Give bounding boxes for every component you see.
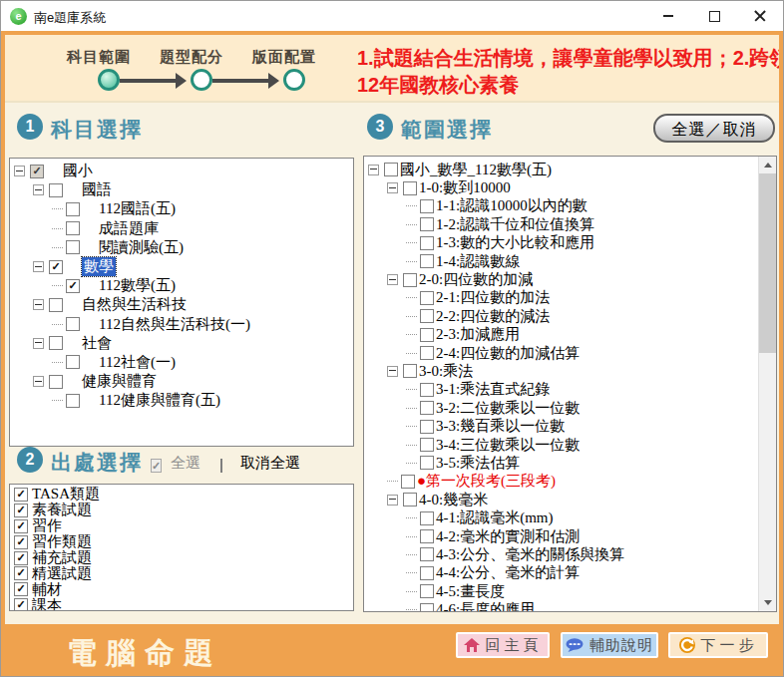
tree-item[interactable]: 3-4:三位數乘以一位數 <box>368 436 759 454</box>
tree-checkbox[interactable] <box>66 394 80 408</box>
source-checkbox[interactable] <box>14 519 28 533</box>
tree-checkbox[interactable] <box>420 547 434 561</box>
tree-item[interactable]: 國小 <box>14 162 353 180</box>
tree-item[interactable]: 成語題庫 <box>14 219 353 238</box>
next-step-button[interactable]: 下一步 <box>668 632 768 658</box>
tree-label[interactable]: 社會 <box>82 334 112 353</box>
tree-checkbox[interactable] <box>420 456 434 470</box>
tree-item[interactable]: 2-0:四位數的加減 <box>368 270 759 288</box>
tree-label[interactable]: 國小_數學_112數學(五) <box>400 161 552 179</box>
tree-item[interactable]: 4-4:公分、毫米的計算 <box>368 564 759 582</box>
tree-label[interactable]: 2-4:四位數的加減估算 <box>436 344 580 363</box>
tree-label[interactable]: 國小 <box>63 162 93 180</box>
collapse-icon[interactable] <box>33 376 44 387</box>
tree-label[interactable]: 數學 <box>82 257 116 276</box>
tree-checkbox[interactable] <box>66 202 80 216</box>
collapse-icon[interactable] <box>33 261 44 272</box>
tree-checkbox[interactable] <box>403 181 417 195</box>
tree-label[interactable]: 112健康與體育(五) <box>99 391 220 410</box>
tree-checkbox[interactable] <box>49 298 63 312</box>
tree-item[interactable]: 1-2:認識千位和位值換算 <box>368 215 759 233</box>
select-all-checkbox[interactable] <box>151 456 164 469</box>
tree-item[interactable]: 國語 <box>14 180 353 199</box>
tree-checkbox[interactable] <box>403 493 417 507</box>
tree-checkbox[interactable] <box>420 603 434 612</box>
tree-checkbox[interactable] <box>420 236 434 250</box>
tree-label[interactable]: 2-3:加減應用 <box>436 325 520 344</box>
tree-label[interactable]: 4-2:毫米的實測和估測 <box>436 527 580 546</box>
tree-checkbox[interactable] <box>66 240 80 254</box>
tree-item[interactable]: 3-2:二位數乘以一位數 <box>368 399 759 417</box>
tree-label[interactable]: 112數學(五) <box>99 276 176 295</box>
tree-label[interactable]: 健康與體育 <box>82 372 157 391</box>
tree-label[interactable]: 4-4:公分、毫米的計算 <box>436 563 580 582</box>
tree-label[interactable]: 成語題庫 <box>99 219 159 238</box>
tree-checkbox[interactable] <box>49 260 63 274</box>
home-button[interactable]: 回主頁 <box>456 632 550 658</box>
tree-checkbox[interactable] <box>66 317 80 331</box>
tree-item[interactable]: 健康與體育 <box>14 372 353 391</box>
tree-checkbox[interactable] <box>49 375 63 389</box>
tree-checkbox[interactable] <box>49 336 63 350</box>
tree-item[interactable]: 自然與生活科技 <box>14 295 353 314</box>
collapse-icon[interactable] <box>33 184 44 195</box>
tree-label[interactable]: 4-1:認識毫米(mm) <box>436 508 554 527</box>
tree-item[interactable]: 4-5:畫長度 <box>368 582 759 600</box>
maximize-button[interactable] <box>691 1 737 31</box>
tree-checkbox[interactable] <box>420 420 434 434</box>
tree-label[interactable]: 閱讀測驗(五) <box>99 238 184 257</box>
tree-item[interactable]: 4-0:幾毫米 <box>368 491 759 508</box>
help-button[interactable]: 輔助說明 <box>561 632 658 658</box>
collapse-icon[interactable] <box>387 274 398 285</box>
tree-label[interactable]: 1-4:認識數線 <box>436 252 520 271</box>
tree-checkbox[interactable] <box>420 401 434 415</box>
source-checkbox[interactable] <box>14 504 28 517</box>
tree-checkbox[interactable] <box>420 529 434 543</box>
tree-item[interactable]: 112數學(五) <box>14 276 353 295</box>
tree-item[interactable]: 4-1:認識毫米(mm) <box>368 508 759 526</box>
tree-label[interactable]: 3-5:乘法估算 <box>436 454 520 473</box>
tree-checkbox[interactable] <box>403 273 417 287</box>
tree-label[interactable]: 4-0:幾毫米 <box>419 491 488 509</box>
source-checkbox[interactable] <box>14 551 28 565</box>
tree-label[interactable]: 3-1:乘法直式紀錄 <box>436 380 550 399</box>
tree-item[interactable]: 2-1:四位數的加法 <box>368 289 759 307</box>
tree-checkbox[interactable] <box>420 254 434 268</box>
source-checkbox[interactable] <box>14 598 28 611</box>
tree-label[interactable]: 3-0:乘法 <box>419 362 473 381</box>
tree-checkbox[interactable] <box>420 438 434 452</box>
source-checkbox[interactable] <box>14 488 28 502</box>
tree-item[interactable]: 112社會(一) <box>14 353 353 372</box>
tree-label[interactable]: 112自然與生活科技(一) <box>99 315 250 334</box>
scroll-down-button[interactable] <box>759 594 776 611</box>
tree-label[interactable]: 3-2:二位數乘以一位數 <box>436 399 580 418</box>
tree-item[interactable]: 閱讀測驗(五) <box>14 238 353 257</box>
minimize-button[interactable] <box>645 1 691 31</box>
tree-item[interactable]: 4-6:長度的應用 <box>368 600 759 612</box>
tree-checkbox[interactable] <box>66 221 80 235</box>
tree-label[interactable]: 112國語(五) <box>99 199 176 218</box>
tree-checkbox[interactable] <box>420 328 434 342</box>
close-button[interactable] <box>737 1 783 31</box>
tree-checkbox[interactable] <box>420 511 434 525</box>
tree-checkbox[interactable] <box>420 584 434 598</box>
tree-checkbox[interactable] <box>384 163 398 176</box>
tree-item[interactable]: 112國語(五) <box>14 199 353 218</box>
tree-label[interactable]: 4-5:畫長度 <box>436 582 505 601</box>
tree-item[interactable]: 國小_數學_112數學(五) <box>368 161 759 178</box>
collapse-icon[interactable] <box>14 166 25 176</box>
source-checkbox[interactable] <box>14 582 28 596</box>
tree-item[interactable]: 2-2:四位數的減法 <box>368 307 759 325</box>
collapse-icon[interactable] <box>387 182 398 193</box>
tree-label[interactable]: 4-3:公分、毫米的關係與換算 <box>436 545 624 564</box>
source-item[interactable]: 輔材 <box>14 581 353 597</box>
tree-item[interactable]: 數學 <box>14 257 353 276</box>
tree-label[interactable]: 1-2:認識千位和位值換算 <box>436 215 594 234</box>
tree-label[interactable]: 2-1:四位數的加法 <box>436 288 550 307</box>
tree-item[interactable]: 1-3:數的大小比較和應用 <box>368 234 759 252</box>
tree-label[interactable]: 1-0:數到10000 <box>419 178 511 197</box>
tree-label[interactable]: 112社會(一) <box>99 353 176 372</box>
scrollbar-thumb[interactable] <box>759 173 776 353</box>
tree-item[interactable]: 1-1:認識10000以內的數 <box>368 197 759 215</box>
tree-label[interactable]: ●第一次段考(三段考) <box>417 472 556 491</box>
